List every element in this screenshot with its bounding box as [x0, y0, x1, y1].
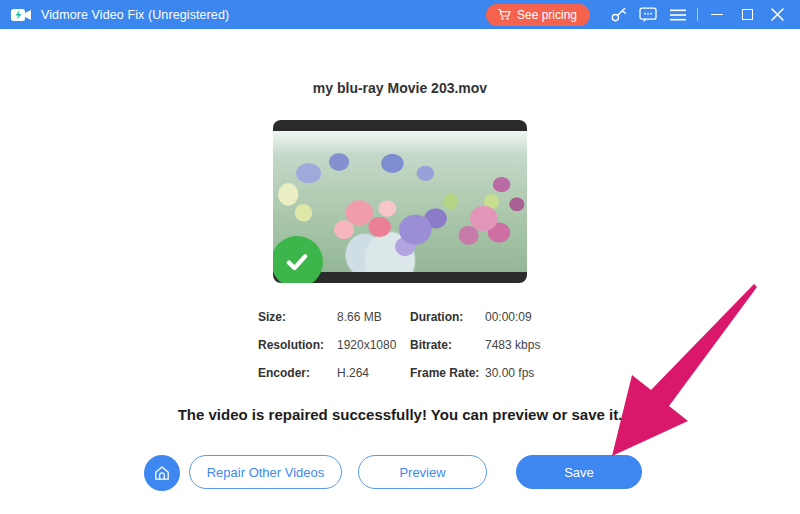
- save-button[interactable]: Save: [516, 455, 642, 489]
- feedback-comment-icon[interactable]: [633, 0, 663, 29]
- info-value-bitrate: 7483 kbps: [485, 331, 540, 359]
- info-label-bitrate: Bitrate:: [410, 331, 485, 359]
- video-thumbnail: [273, 120, 527, 283]
- close-button[interactable]: [762, 0, 792, 29]
- app-window: Vidmore Video Fix (Unregistered) See pri…: [0, 0, 800, 514]
- register-key-icon[interactable]: [603, 0, 633, 29]
- video-info-table: Size: 8.66 MB Duration: 00:00:09 Resolut…: [258, 303, 540, 387]
- info-value-framerate: 30.00 fps: [485, 359, 540, 387]
- minimize-button[interactable]: [702, 0, 732, 29]
- app-title: Vidmore Video Fix (Unregistered): [41, 8, 229, 22]
- info-label-framerate: Frame Rate:: [410, 359, 485, 387]
- success-message: The video is repaired successfully! You …: [0, 406, 800, 423]
- repair-success-check-icon: [273, 236, 323, 283]
- cart-icon: [497, 8, 511, 21]
- info-label-resolution: Resolution:: [258, 331, 337, 359]
- maximize-button[interactable]: [732, 0, 762, 29]
- repair-other-videos-button[interactable]: Repair Other Videos: [189, 455, 342, 489]
- titlebar-icons: [603, 0, 792, 29]
- info-value-resolution: 1920x1080: [337, 331, 410, 359]
- info-label-duration: Duration:: [410, 303, 485, 331]
- info-value-duration: 00:00:09: [485, 303, 540, 331]
- info-value-encoder: H.264: [337, 359, 410, 387]
- hamburger-menu-icon[interactable]: [663, 0, 693, 29]
- video-filename: my blu-ray Movie 203.mov: [0, 80, 800, 96]
- home-icon: [153, 464, 171, 482]
- titlebar-divider: [697, 8, 698, 21]
- home-button[interactable]: [144, 455, 180, 491]
- info-label-size: Size:: [258, 303, 337, 331]
- see-pricing-label: See pricing: [517, 8, 577, 22]
- info-value-size: 8.66 MB: [337, 303, 410, 331]
- see-pricing-button[interactable]: See pricing: [486, 4, 590, 26]
- titlebar: Vidmore Video Fix (Unregistered) See pri…: [0, 0, 800, 29]
- app-logo-camera-icon: [10, 6, 32, 24]
- info-label-encoder: Encoder:: [258, 359, 337, 387]
- preview-button[interactable]: Preview: [358, 455, 487, 489]
